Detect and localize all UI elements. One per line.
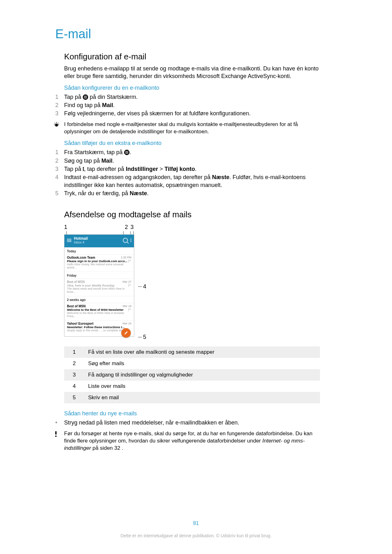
app-grid-icon [124, 150, 130, 155]
mail-group-header: 2 weeks ago [64, 296, 134, 303]
text: . [113, 102, 115, 108]
mail-time: Mar 16 [123, 322, 131, 325]
text: . [112, 158, 114, 164]
tip-note: I forbindelse med nogle e-mailtjenester … [64, 121, 320, 135]
step-number: 3 [55, 110, 64, 117]
warning-icon [53, 430, 64, 452]
kebab-icon [130, 238, 131, 242]
text: , tap derefter på [84, 166, 126, 172]
svg-point-0 [55, 124, 58, 126]
page-title: E-mail [55, 27, 337, 41]
table-row: 4Liste over mails [64, 381, 320, 392]
mail-list-item: Best of MSNMar 19 Welcome to the Best of… [64, 303, 134, 320]
callout-2: 2 [121, 224, 128, 231]
callout-ticks [64, 231, 134, 234]
mail-time: Mar 19 [123, 304, 131, 308]
mail-account-name: Hotmail [74, 237, 120, 241]
text: Indtast e-mail-adressen og adgangskoden,… [64, 174, 212, 180]
legend-num: 4 [64, 381, 84, 392]
mail-inbox-label: Inbox 4 [74, 241, 120, 244]
step-text: Tryk, når du er færdig, på Næste. [64, 190, 320, 197]
subheading-configure: Sådan konfigurerer du en e-mailkonto [64, 85, 320, 91]
phone-screenshot: Hotmail Inbox 4 Today Outlook.com Team1:… [64, 234, 134, 337]
text-bold: Mail [101, 158, 112, 164]
legend-text: Få adgang til indstillinger og valgmulig… [84, 369, 320, 381]
steps-configure: 1 Tap på på din Startskærm. 2 Find og ta… [64, 93, 320, 117]
mail-preview: Welcome to the Best of MSN View in brows… [67, 311, 131, 318]
page-number: 81 [0, 521, 392, 526]
callout-1: 1 [64, 224, 70, 231]
mail-group-header: Friday [64, 272, 134, 279]
callout-5: 5 [143, 334, 146, 340]
flag-icon [128, 260, 131, 263]
callout-3: 3 [128, 224, 134, 231]
table-row: 3Få adgang til indstillinger og valgmuli… [64, 369, 320, 381]
table-row: 2Søg efter mails [64, 358, 320, 369]
legend-table: 1Få vist en liste over alle mailkonti og… [64, 346, 320, 403]
text: . [147, 190, 148, 196]
svg-line-4 [55, 123, 55, 123]
mail-subject: Alice, here is your Weekly Roundup [67, 284, 114, 287]
legend-num: 3 [64, 369, 84, 381]
legend-text: Liste over mails [84, 381, 320, 392]
mail-time: Mar 27 [123, 280, 131, 284]
text: Tryk, når du er færdig, på [64, 190, 130, 196]
bullet-text: Stryg nedad på listen med meddelelser, n… [64, 419, 239, 426]
flag-icon [128, 308, 131, 311]
callout-4: 4 [143, 283, 146, 290]
step-text: Indtast e-mail-adressen og adgangskoden,… [64, 173, 320, 189]
text: Tap på [64, 166, 83, 172]
text-bold: Næste [212, 174, 229, 180]
mail-subject: Welcome to the Best of MSN Newsletter [67, 308, 124, 311]
mail-group-header: Today [64, 247, 134, 254]
steps-add-account: 1 Fra Startskærm, tap på . 2 Søg og tap … [64, 148, 320, 197]
bullet-icon: • [55, 419, 64, 426]
text: . [195, 166, 196, 172]
step-text: Tap på på din Startskærm. [64, 93, 320, 101]
step-number: 1 [55, 93, 64, 101]
text: . [130, 149, 131, 155]
subheading-fetch: Sådan henter du nye e-mails [64, 410, 320, 417]
intro-paragraph: Brug enhedens e-mailapp til at sende og … [64, 65, 320, 80]
text-bold: Næste [130, 190, 147, 196]
mail-from: Best of MSN [67, 304, 86, 308]
step-text: Tap på , tap derefter på Indstillinger >… [64, 165, 320, 173]
legend-text: Søg efter mails [84, 358, 320, 369]
mail-preview: Hello Alice Honey, We noticed some unusu… [67, 263, 131, 269]
text: Fra Startskærm, tap på [64, 149, 124, 155]
table-row: 5Skriv en mail [64, 392, 320, 403]
text: på siden 32 . [91, 445, 123, 451]
mail-preview: The latest news and trends from MSN View… [67, 287, 131, 293]
svg-line-5 [58, 123, 58, 123]
flag-icon [128, 284, 131, 287]
warning-text: Før du forsøger at hente nye e-mails, sk… [64, 430, 320, 452]
legend-text: Skriv en mail [84, 392, 320, 403]
legend-num: 5 [64, 392, 84, 403]
tip-text: I forbindelse med nogle e-mailtjenester … [64, 121, 320, 135]
step-number: 2 [55, 157, 64, 165]
mail-from: Yahoo! Eurosport [67, 322, 93, 325]
table-row: 1Få vist en liste over alle mailkonti og… [64, 346, 320, 358]
step-text: Find og tap på Mail. [64, 101, 320, 109]
side-callouts: 4 5 [138, 224, 148, 338]
step-text: Søg og tap på Mail. [64, 157, 320, 165]
search-icon [123, 238, 128, 243]
mail-from: Outlook.com Team [67, 256, 95, 259]
svg-rect-6 [55, 431, 57, 435]
text: Tap på [64, 94, 83, 100]
mail-subject: Newsletter: Follow these instructions t.… [67, 325, 124, 329]
subheading-add-account: Sådan tilføjer du en ekstra e-mailkonto [64, 140, 320, 147]
mail-header: Hotmail Inbox 4 [64, 235, 134, 247]
text-bold: Indstillinger [126, 166, 158, 172]
app-grid-icon [83, 94, 88, 100]
legend-num: 1 [64, 346, 84, 358]
text: Søg og tap på [64, 158, 101, 164]
screenshot-figure: 1 2 3 Hotmail Inbox 4 Today [64, 224, 320, 338]
step-number: 2 [55, 101, 64, 109]
section-heading-sendreceive: Afsendelse og modtagelse af mails [64, 210, 320, 220]
text-bold: Tilføj konto [165, 166, 195, 172]
footer-copyright: Dette er en internetudgave af denne publ… [0, 533, 392, 538]
legend-num: 2 [64, 358, 84, 369]
text: > [158, 166, 165, 172]
step-text: Følg vejledningerne, der vises på skærme… [64, 110, 320, 117]
